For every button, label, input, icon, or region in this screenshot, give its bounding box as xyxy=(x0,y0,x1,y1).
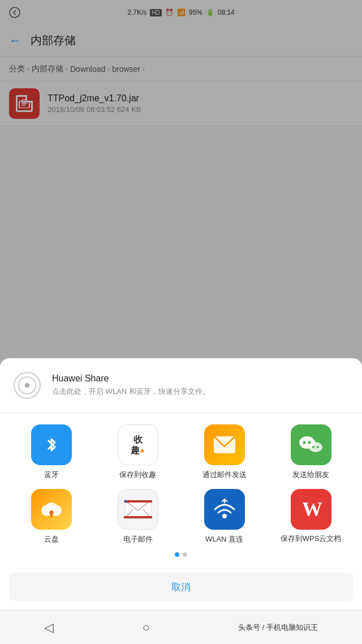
bluetooth-icon xyxy=(31,424,72,465)
svg-point-15 xyxy=(46,503,57,512)
app-yunpan[interactable]: 云盘 xyxy=(10,489,92,544)
app-email[interactable]: 电子邮件 xyxy=(97,489,179,544)
svg-point-23 xyxy=(222,514,227,518)
bottom-bar: ◁ ○ 头条号 / 手机电脑知识王 xyxy=(0,610,362,644)
cancel-button[interactable]: 取消 xyxy=(9,573,353,601)
cancel-section: 取消 xyxy=(0,567,362,610)
bluetooth-label: 蓝牙 xyxy=(44,470,59,480)
app-bluetooth[interactable]: 蓝牙 xyxy=(10,424,92,480)
wlan-direct-icon xyxy=(210,497,239,522)
svg-point-8 xyxy=(308,441,311,444)
svg-point-10 xyxy=(312,446,314,448)
app-shoqui[interactable]: 收 趣● 保存到收趣 xyxy=(97,424,179,480)
huawei-share-icon xyxy=(11,370,43,401)
cloud-storage-icon xyxy=(40,499,63,520)
wifi-dot xyxy=(25,383,29,388)
svg-point-7 xyxy=(303,441,305,444)
wlan-label: WLAN 直连 xyxy=(205,534,243,544)
huawei-share-section[interactable]: Huawei Share 点击此处，开启 WLAN 和蓝牙，快速分享文件。 xyxy=(0,358,362,413)
mail-envelope-icon xyxy=(213,435,236,454)
share-modal: Huawei Share 点击此处，开启 WLAN 和蓝牙，快速分享文件。 蓝牙 xyxy=(0,358,362,610)
app-wlan[interactable]: WLAN 直连 xyxy=(183,489,265,544)
watermark-text: 头条号 / 手机电脑知识王 xyxy=(238,622,318,633)
shoqui-label: 保存到收趣 xyxy=(119,470,156,480)
wps-symbol: W xyxy=(298,496,325,523)
apps-section: 蓝牙 收 趣● 保存到收趣 xyxy=(0,413,362,567)
app-wps[interactable]: W 保存到WPS云文档 xyxy=(270,489,352,544)
wps-icon: W xyxy=(291,489,331,530)
wlan-icon xyxy=(204,489,245,530)
back-nav-button[interactable]: ◁ xyxy=(44,620,54,635)
page-dots xyxy=(6,544,356,561)
wifi-rings-icon xyxy=(13,371,41,400)
svg-point-11 xyxy=(317,446,319,448)
yunpan-label: 云盘 xyxy=(44,534,59,544)
wps-label: 保存到WPS云文档 xyxy=(281,534,342,544)
bluetooth-symbol xyxy=(41,435,62,455)
huawei-share-desc: 点击此处，开启 WLAN 和蓝牙，快速分享文件。 xyxy=(52,386,210,397)
email-icon xyxy=(118,489,158,530)
home-nav-button[interactable]: ○ xyxy=(142,620,149,635)
wechat-icon xyxy=(291,424,331,465)
huawei-share-text: Huawei Share 点击此处，开启 WLAN 和蓝牙，快速分享文件。 xyxy=(52,373,210,397)
app-mail-send[interactable]: 通过邮件发送 xyxy=(183,424,265,480)
page-dot-1 xyxy=(183,552,187,557)
mail-send-label: 通过邮件发送 xyxy=(202,470,247,480)
yunpan-icon xyxy=(31,489,72,530)
svg-text:W: W xyxy=(302,498,322,521)
wechat-label: 发送给朋友 xyxy=(292,470,329,480)
svg-point-9 xyxy=(309,442,322,452)
apps-grid: 蓝牙 收 趣● 保存到收趣 xyxy=(6,424,356,544)
email-label: 电子邮件 xyxy=(123,534,153,544)
svg-rect-20 xyxy=(124,516,152,518)
modal-overlay: Huawei Share 点击此处，开启 WLAN 和蓝牙，快速分享文件。 蓝牙 xyxy=(0,0,362,644)
page-dot-0 xyxy=(175,552,179,557)
mail-send-icon xyxy=(204,424,245,465)
shoqui-icon: 收 趣● xyxy=(118,424,158,465)
huawei-share-title: Huawei Share xyxy=(52,373,210,384)
email-envelope-icon xyxy=(124,498,152,521)
wechat-symbol xyxy=(297,432,325,457)
app-wechat[interactable]: 发送给朋友 xyxy=(270,424,352,480)
